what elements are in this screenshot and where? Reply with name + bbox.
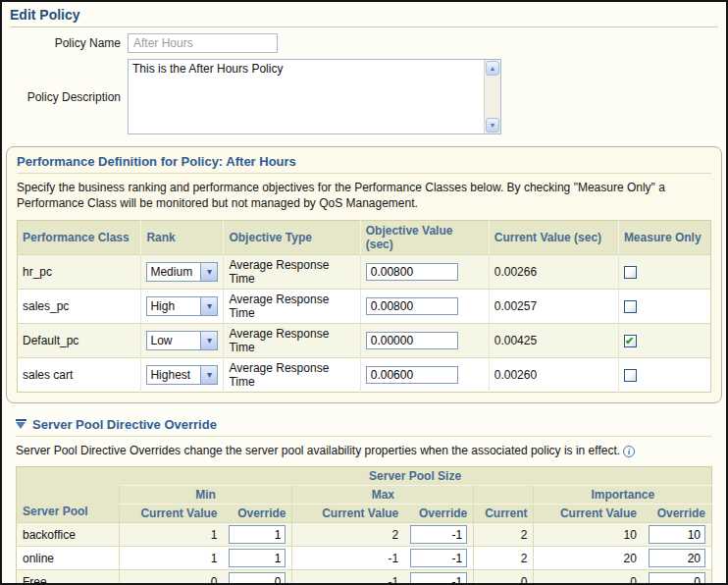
server-pool-name-cell: online <box>17 547 120 570</box>
measure-only-checkbox[interactable] <box>624 369 637 382</box>
table-row: Free 0 -1 0 0 <box>17 570 712 585</box>
objective-type-cell: Average Response Time <box>224 289 360 323</box>
col-header-min-current-value: Current Value <box>119 505 223 523</box>
performance-table-header-row: Performance Class Rank Objective Type Ob… <box>18 220 711 254</box>
max-current-cell: -1 <box>292 547 404 570</box>
server-pool-column-header-row: Current Value Override Current Value Ove… <box>17 505 712 523</box>
performance-section-divider <box>17 173 711 174</box>
chevron-down-icon[interactable]: ▾ <box>200 366 217 384</box>
measure-only-checkbox[interactable] <box>624 266 637 279</box>
rank-select-value: Low <box>147 334 200 347</box>
policy-description-textarea[interactable]: This is the After Hours Policy ▲ ▼ <box>128 59 501 134</box>
performance-definition-panel: Performance Definition for Policy: After… <box>6 146 722 403</box>
collapse-triangle-icon[interactable] <box>16 419 26 429</box>
importance-override-input[interactable] <box>649 549 705 567</box>
performance-class-cell: sales_pc <box>18 289 141 323</box>
current-cell: 0 <box>474 570 534 585</box>
min-current-cell: 1 <box>119 547 223 570</box>
current-value-cell: 0.00425 <box>489 323 618 357</box>
importance-override-input[interactable] <box>649 525 705 544</box>
min-override-input[interactable] <box>229 525 286 544</box>
group-header-min: Min <box>119 486 292 505</box>
current-cell: 2 <box>474 547 534 570</box>
rank-select[interactable]: High ▾ <box>146 296 218 316</box>
server-pool-description-text: Server Pool Directive Overrides change t… <box>16 444 620 457</box>
importance-current-cell: 0 <box>534 570 643 585</box>
col-header-max-current-value: Current Value <box>292 505 404 523</box>
performance-section-description: Specify the business ranking and perform… <box>17 181 703 212</box>
chevron-down-icon[interactable]: ▾ <box>200 263 217 281</box>
table-row: sales cart Highest ▾ Average Response Ti… <box>18 357 711 392</box>
performance-class-cell: Default_pc <box>18 323 141 357</box>
table-row: sales_pc High ▾ Average Response Time 0.… <box>18 289 711 323</box>
objective-type-cell: Average Response Time <box>224 357 360 392</box>
current-value-cell: 0.00257 <box>489 289 618 323</box>
objective-value-input[interactable] <box>366 332 458 349</box>
server-pool-name-cell: backoffice <box>17 523 120 547</box>
col-header-server-pool: Server Pool <box>17 467 120 523</box>
importance-override-input[interactable] <box>649 572 705 585</box>
col-header-min-override: Override <box>223 505 292 523</box>
server-pool-section-description: Server Pool Directive Overrides change t… <box>16 444 702 459</box>
policy-name-row: Policy Name <box>10 33 718 53</box>
group-header-max: Max <box>292 486 474 505</box>
chevron-down-icon[interactable]: ▾ <box>200 297 217 315</box>
server-pool-section: Server Pool Directive Override Server Po… <box>16 417 712 585</box>
page-header: Edit Policy <box>2 2 726 27</box>
group-header-importance: Importance <box>534 486 712 505</box>
col-header-importance-override: Override <box>643 505 712 523</box>
objective-value-input[interactable] <box>366 366 458 384</box>
table-row: backoffice 1 2 2 10 <box>17 523 712 547</box>
table-row: hr_pc Medium ▾ Average Response Time 0.0… <box>18 254 711 289</box>
table-row: online 1 -1 2 20 <box>17 547 712 570</box>
col-header-performance-class: Performance Class <box>18 220 141 254</box>
rank-select[interactable]: Highest ▾ <box>146 365 218 385</box>
measure-only-checkbox[interactable] <box>624 300 637 313</box>
col-header-objective-value: Objective Value (sec) <box>360 220 489 254</box>
performance-section-title: Performance Definition for Policy: After… <box>17 154 711 169</box>
group-header-current-spacer <box>474 486 534 505</box>
server-pool-subgroup-header-row: Min Max Importance <box>17 486 712 505</box>
col-header-current-value: Current Value (sec) <box>489 220 618 254</box>
policy-form: Policy Name Policy Description This is t… <box>2 27 726 140</box>
objective-value-input[interactable] <box>366 263 458 281</box>
policy-name-label: Policy Name <box>10 36 128 50</box>
chevron-down-icon[interactable]: ▾ <box>200 332 217 349</box>
server-pool-name-cell: Free <box>17 570 120 585</box>
current-value-cell: 0.00266 <box>489 254 618 289</box>
policy-description-text: This is the After Hours Policy <box>129 60 484 133</box>
importance-current-cell: 20 <box>534 547 643 570</box>
performance-class-table: Performance Class Rank Objective Type Ob… <box>17 220 711 393</box>
rank-select[interactable]: Low ▾ <box>146 331 218 350</box>
info-icon[interactable]: i <box>623 446 635 457</box>
rank-select-value: Medium <box>147 265 200 279</box>
importance-current-cell: 10 <box>534 523 643 547</box>
col-header-measure-only: Measure Only <box>618 220 710 254</box>
objective-value-input[interactable] <box>366 297 458 315</box>
edit-policy-page: Edit Policy Policy Name Policy Descripti… <box>0 0 728 585</box>
policy-name-input <box>128 33 278 53</box>
max-current-cell: -1 <box>292 570 404 585</box>
group-header-server-pool-size: Server Pool Size <box>119 467 711 486</box>
textarea-scrollbar[interactable]: ▲ ▼ <box>484 60 500 133</box>
rank-select-value: High <box>147 299 200 313</box>
col-header-objective-type: Objective Type <box>224 220 360 254</box>
min-current-cell: 1 <box>119 523 223 547</box>
col-header-max-override: Override <box>404 505 474 523</box>
rank-select[interactable]: Medium ▾ <box>146 262 218 282</box>
server-pool-table: Server Pool Server Pool Size Min Max Imp… <box>16 466 712 585</box>
max-override-input[interactable] <box>410 572 467 585</box>
max-override-input[interactable] <box>410 525 467 544</box>
max-override-input[interactable] <box>410 549 467 567</box>
min-override-input[interactable] <box>229 549 286 567</box>
scroll-down-icon[interactable]: ▼ <box>486 118 499 133</box>
objective-type-cell: Average Response Time <box>224 254 360 289</box>
page-title: Edit Policy <box>10 7 718 23</box>
performance-class-cell: sales cart <box>18 357 141 392</box>
min-override-input[interactable] <box>229 572 286 585</box>
performance-class-cell: hr_pc <box>18 254 141 289</box>
scroll-up-icon[interactable]: ▲ <box>486 61 499 76</box>
measure-only-checkbox[interactable] <box>624 335 637 347</box>
current-value-cell: 0.00260 <box>489 357 618 392</box>
rank-select-value: Highest <box>147 368 200 382</box>
